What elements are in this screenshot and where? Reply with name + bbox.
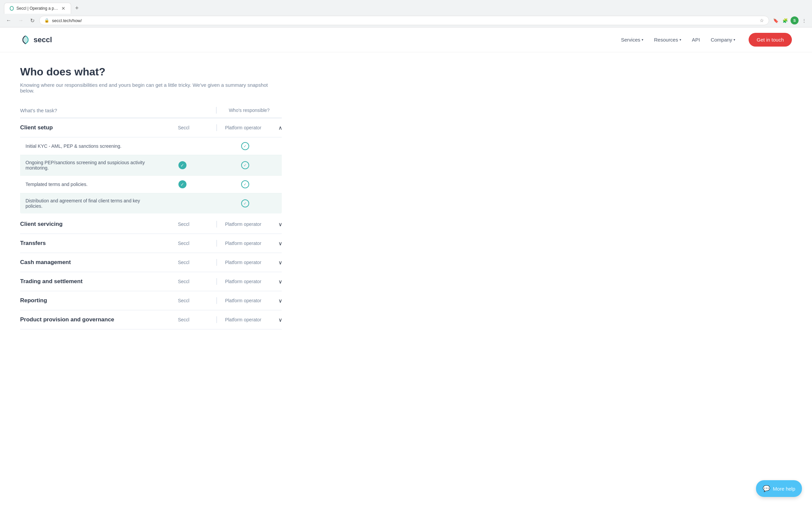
- page: seccl Services ▾ Resources ▾ API Company…: [0, 27, 812, 343]
- bookmark-icon[interactable]: 🔖: [772, 16, 780, 24]
- detail-row: Initial KYC - AML, PEP & sanctions scree…: [20, 137, 282, 155]
- operator-check-outline-icon: ✓: [241, 180, 249, 188]
- detail-row: Templated terms and policies. ✓ ✓: [20, 176, 282, 193]
- section-row[interactable]: Transfers Seccl Platform operator ∨: [20, 234, 282, 253]
- nav-company[interactable]: Company ▾: [711, 37, 735, 43]
- operator-check-outline-icon: ✓: [241, 142, 249, 150]
- section-chevron-icon: ∨: [269, 221, 283, 228]
- reload-button[interactable]: ↻: [28, 16, 37, 25]
- detail-operator: ✓: [214, 161, 276, 169]
- detail-operator: ✓: [214, 180, 276, 188]
- nav-links: Services ▾ Resources ▾ API Company ▾: [621, 37, 735, 43]
- menu-icon[interactable]: ⋮: [800, 16, 808, 24]
- sections-container: Client setup Seccl Platform operator ∧ I…: [20, 118, 282, 329]
- section-operator-label: Platform operator: [217, 298, 269, 303]
- tab-title: Seccl | Operating a platform -: [16, 6, 59, 11]
- forward-button[interactable]: →: [16, 16, 26, 25]
- seccl-check-solid-icon: ✓: [179, 180, 187, 188]
- seccl-check-solid-icon: ✓: [179, 161, 187, 169]
- operator-column-header: Who's responsible?: [217, 108, 282, 113]
- tab-favicon: [10, 6, 14, 11]
- responsible-column-header: Who's responsible?: [151, 107, 282, 114]
- section-operator-label: Platform operator: [217, 279, 269, 284]
- section-label: Trading and settlement: [20, 278, 151, 285]
- resources-chevron-icon: ▾: [679, 38, 681, 42]
- section-seccl-label: Seccl: [151, 317, 216, 322]
- section-row[interactable]: Client servicing Seccl Platform operator…: [20, 215, 282, 234]
- main-content: Who does what? Knowing where our respons…: [0, 52, 302, 343]
- section-seccl-label: Seccl: [151, 279, 216, 284]
- logo[interactable]: seccl: [20, 35, 52, 45]
- url-bar[interactable]: 🔒 seccl.tech/how/ ☆: [39, 16, 769, 25]
- detail-operator: ✓: [214, 142, 276, 150]
- detail-task: Initial KYC - AML, PEP & sanctions scree…: [26, 144, 151, 149]
- operator-check-outline-icon: ✓: [241, 200, 249, 208]
- tab-bar: Seccl | Operating a platform - ✕ +: [0, 0, 812, 14]
- nav-api[interactable]: API: [692, 37, 700, 43]
- section-seccl-label: Seccl: [151, 241, 216, 246]
- section-operator-label: Platform operator: [217, 222, 269, 227]
- nav-services[interactable]: Services ▾: [621, 37, 643, 43]
- detail-task: Templated terms and policies.: [26, 182, 151, 187]
- section-seccl-label: Seccl: [151, 298, 216, 303]
- detail-task: Distribution and agreement of final clie…: [26, 198, 151, 209]
- get-in-touch-button[interactable]: Get in touch: [749, 33, 792, 47]
- company-chevron-icon: ▾: [733, 38, 735, 42]
- section-label: Product provision and governance: [20, 316, 151, 323]
- section-seccl-label: Seccl: [151, 125, 216, 130]
- section-chevron-icon: ∨: [269, 259, 283, 266]
- address-actions: 🔖 🧩 S ⋮: [772, 16, 808, 24]
- section-label: Cash management: [20, 259, 151, 266]
- extensions-icon[interactable]: 🧩: [781, 16, 789, 24]
- section-operator-label: Platform operator: [217, 317, 269, 322]
- navbar: seccl Services ▾ Resources ▾ API Company…: [0, 27, 812, 52]
- nav-resources[interactable]: Resources ▾: [654, 37, 681, 43]
- detail-task: Ongoing PEP/sanctions screening and susp…: [26, 160, 151, 171]
- profile-icon green[interactable]: S: [791, 16, 799, 24]
- section-operator-label: Platform operator: [217, 125, 269, 130]
- task-column-header: What's the task?: [20, 108, 151, 113]
- section-chevron-icon: ∨: [269, 317, 283, 323]
- new-tab-button[interactable]: +: [72, 3, 82, 13]
- section-seccl-label: Seccl: [151, 260, 216, 265]
- lock-icon: 🔒: [44, 18, 49, 23]
- detail-seccl: ✓: [151, 161, 214, 169]
- operator-check-outline-icon: ✓: [241, 161, 249, 169]
- expanded-section: Initial KYC - AML, PEP & sanctions scree…: [20, 137, 282, 214]
- section-label: Client servicing: [20, 221, 151, 228]
- detail-seccl: ✓: [151, 180, 214, 188]
- section-chevron-icon: ∨: [269, 240, 283, 247]
- table-header: What's the task? Who's responsible?: [20, 107, 282, 118]
- section-row[interactable]: Client setup Seccl Platform operator ∧: [20, 118, 282, 137]
- address-bar: ← → ↻ 🔒 seccl.tech/how/ ☆ 🔖 🧩 S ⋮: [0, 14, 812, 27]
- section-chevron-icon: ∨: [269, 278, 283, 285]
- section-row[interactable]: Trading and settlement Seccl Platform op…: [20, 272, 282, 291]
- section-operator-label: Platform operator: [217, 260, 269, 265]
- section-row[interactable]: Product provision and governance Seccl P…: [20, 310, 282, 329]
- section-chevron-icon: ∨: [269, 297, 283, 304]
- active-tab[interactable]: Seccl | Operating a platform - ✕: [4, 3, 71, 14]
- star-icon[interactable]: ☆: [760, 18, 764, 23]
- logo-text: seccl: [34, 36, 52, 44]
- section-operator-label: Platform operator: [217, 241, 269, 246]
- logo-icon: [20, 35, 31, 45]
- services-chevron-icon: ▾: [642, 38, 643, 42]
- browser-chrome: Seccl | Operating a platform - ✕ + ← → ↻…: [0, 0, 812, 27]
- url-text: seccl.tech/how/: [52, 18, 757, 23]
- section-row[interactable]: Cash management Seccl Platform operator …: [20, 253, 282, 272]
- detail-operator: ✓: [214, 200, 276, 208]
- section-row[interactable]: Reporting Seccl Platform operator ∨: [20, 291, 282, 310]
- section-seccl-label: Seccl: [151, 222, 216, 227]
- page-subtitle: Knowing where our responsibilities end a…: [20, 82, 282, 94]
- detail-row: Ongoing PEP/sanctions screening and susp…: [20, 155, 282, 176]
- back-button[interactable]: ←: [4, 16, 13, 25]
- page-title: Who does what?: [20, 66, 282, 78]
- section-label: Reporting: [20, 297, 151, 304]
- detail-row: Distribution and agreement of final clie…: [20, 193, 282, 214]
- section-chevron-icon: ∧: [269, 125, 283, 131]
- tab-close-button[interactable]: ✕: [61, 6, 65, 11]
- section-label: Client setup: [20, 124, 151, 131]
- section-label: Transfers: [20, 240, 151, 247]
